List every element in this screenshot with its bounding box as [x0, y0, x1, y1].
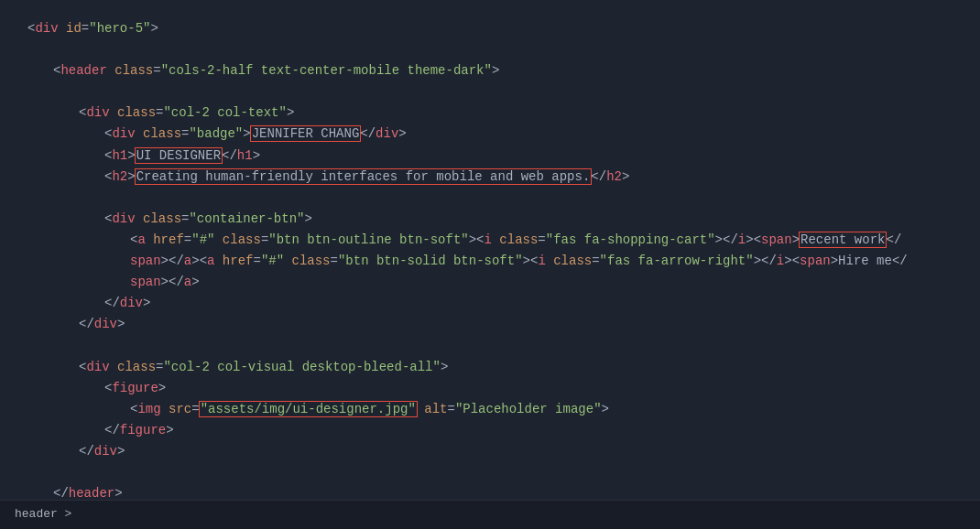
- attr-id: id: [59, 21, 82, 36]
- code-line-img: <img src="assets/img/ui-designer.jpg" al…: [27, 399, 953, 420]
- code-line-blank-2: [27, 81, 953, 103]
- code-line-close-col-text: </div>: [27, 314, 953, 335]
- code-line-blank-5: [27, 462, 953, 483]
- code-line-col-visual: <div class="col-2 col-visual desktop-ble…: [27, 357, 953, 378]
- code-line-figure: <figure>: [27, 378, 953, 399]
- code-line-btn1-part1: <a href="#" class="btn btn-outline btn-s…: [27, 230, 953, 251]
- code-line-badge: <div class="badge">JENNIFER CHANG</div>: [27, 124, 953, 145]
- breadcrumb-header: header >: [15, 507, 71, 521]
- code-line-btn1-part3: span></a>: [27, 272, 953, 293]
- img-src-highlight: "assets/img/ui-designer.jpg": [200, 402, 417, 416]
- code-line-1: <div id="hero-5">: [27, 18, 953, 39]
- code-line-header: <header class="cols-2-half text-center-m…: [27, 60, 953, 81]
- code-line-h1: <h1>UI DESIGNER</h1>: [27, 146, 953, 167]
- h2-text-highlight: Creating human-friendly interfaces for m…: [136, 169, 592, 184]
- code-line-col-text: <div class="col-2 col-text">: [27, 103, 953, 124]
- bracket: >: [150, 21, 158, 36]
- tag-div: div: [35, 21, 58, 36]
- code-line-close-figure: </figure>: [27, 420, 953, 441]
- recent-work-highlight: Recent work: [800, 232, 886, 247]
- code-line-h2: <h2>Creating human-friendly interfaces f…: [27, 167, 953, 188]
- code-line-blank-3: [27, 188, 953, 209]
- ui-designer-highlight: UI DESIGNER: [136, 148, 222, 163]
- code-line-close-col-visual: </div>: [27, 441, 953, 462]
- code-line-close-container-btn: </div>: [27, 293, 953, 314]
- attr-value-hero5: "hero-5": [89, 21, 150, 36]
- equals: =: [82, 21, 89, 36]
- code-editor: <div id="hero-5"> <header class="cols-2-…: [0, 0, 980, 529]
- breadcrumb: header >: [0, 500, 980, 529]
- code-line-blank-1: [27, 39, 953, 60]
- code-line-btn1-part2: span></a><a href="#" class="btn btn-soli…: [27, 251, 953, 272]
- code-line-container-btn: <div class="container-btn">: [27, 209, 953, 230]
- code-line-blank-4: [27, 335, 953, 356]
- jennifer-chang-highlight: JENNIFER CHANG: [251, 126, 361, 141]
